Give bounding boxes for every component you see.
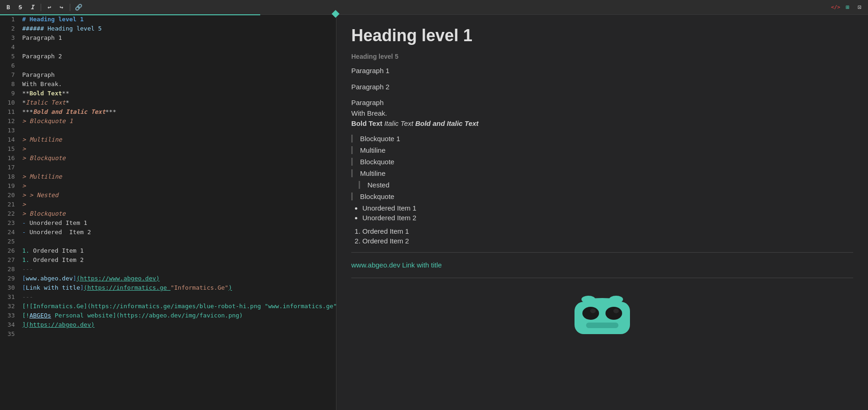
- code-line-19: >: [22, 181, 336, 191]
- code-lines[interactable]: # Heading level 1 ###### Heading level 5…: [18, 15, 336, 339]
- preview-blockquote2: Blockquote: [351, 158, 853, 166]
- code-line-21: >: [22, 200, 336, 209]
- preview-bold-italic: Bold and Italic Text: [415, 119, 478, 127]
- toolbar-divider-2: [70, 4, 70, 11]
- line-num-11: 11: [0, 107, 18, 117]
- toolbar-right: </> ⊞ ⊡: [831, 3, 864, 12]
- undo-button[interactable]: ↩: [45, 3, 54, 12]
- preview-h5: Heading level 5: [351, 53, 853, 60]
- code-line-15: >: [22, 144, 336, 154]
- preview-ol-item2: Ordered Item 2: [362, 237, 853, 245]
- preview-button[interactable]: ⊡: [855, 3, 864, 12]
- code-line-23: - Unordered Item 1: [22, 218, 336, 228]
- code-line-30: [Link with title](https://informatics.ge…: [22, 283, 336, 292]
- preview-blockquote-group2: Multiline Nested Blockquote: [351, 169, 853, 200]
- code-line-8: With Break.: [22, 80, 336, 89]
- progress-bar: [0, 14, 260, 15]
- line-num-1: 1: [0, 15, 18, 24]
- preview-blockquote3: Blockquote: [351, 193, 853, 200]
- toolbar: B S I ↩ ↪ 🔗 </> ⊞ ⊡: [0, 0, 868, 15]
- line-num-3: 3: [0, 33, 18, 43]
- line-num-6: 6: [0, 61, 18, 70]
- line-num-15: 15: [0, 144, 18, 154]
- bold-button[interactable]: B: [4, 3, 13, 12]
- preview-ordered-list: Ordered Item 1 Ordered Item 2: [351, 227, 853, 245]
- code-line-18: > Multiline: [22, 172, 336, 181]
- line-num-8: 8: [0, 80, 18, 89]
- link-button[interactable]: 🔗: [74, 3, 83, 12]
- toolbar-divider-1: [41, 4, 41, 11]
- line-num-28: 28: [0, 265, 18, 274]
- code-line-22: > Blockquote: [22, 209, 336, 218]
- line-num-34: 34: [0, 320, 18, 329]
- preview-panel[interactable]: Heading level 1 Heading level 5 Paragrap…: [336, 15, 868, 410]
- code-line-28: ---: [22, 265, 336, 274]
- preview-link1[interactable]: www.abgeo.dev: [351, 261, 400, 269]
- code-line-6: [22, 61, 336, 70]
- svg-point-3: [590, 309, 596, 313]
- line-num-17: 17: [0, 163, 18, 172]
- preview-para3: Paragraph With Break. Bold Text Italic T…: [351, 98, 853, 129]
- line-num-27: 27: [0, 255, 18, 265]
- preview-blockquote-group1: Multiline Blockquote: [351, 146, 853, 166]
- line-num-29: 29: [0, 274, 18, 283]
- line-num-7: 7: [0, 70, 18, 80]
- line-num-13: 13: [0, 126, 18, 135]
- line-num-18: 18: [0, 172, 18, 181]
- redo-button[interactable]: ↪: [57, 3, 66, 12]
- code-line-27: 1. Ordered Item 2: [22, 255, 336, 265]
- split-view-button[interactable]: ⊞: [843, 3, 852, 12]
- code-line-7: Paragraph: [22, 70, 336, 80]
- line-num-31: 31: [0, 292, 18, 302]
- main-container: 1 2 3 4 5 6 7 8 9 10 11 12 13 14 15 16 1…: [0, 15, 868, 410]
- code-line-3: Paragraph 1: [22, 33, 336, 43]
- preview-blockquote1: Blockquote 1: [351, 135, 853, 143]
- preview-bold: Bold Text: [351, 119, 382, 127]
- code-line-25: [22, 237, 336, 246]
- svg-point-2: [605, 307, 622, 320]
- line-num-2: 2: [0, 24, 18, 33]
- line-num-20: 20: [0, 191, 18, 200]
- line-num-35: 35: [0, 329, 18, 339]
- line-num-14: 14: [0, 135, 18, 144]
- editor-panel[interactable]: 1 2 3 4 5 6 7 8 9 10 11 12 13 14 15 16 1…: [0, 15, 336, 410]
- preview-h1: Heading level 1: [351, 26, 853, 45]
- code-line-4: [22, 43, 336, 52]
- strikethrough-button[interactable]: S: [16, 3, 25, 12]
- code-line-17: [22, 163, 336, 172]
- svg-rect-5: [586, 323, 618, 328]
- code-line-14: > Multiline: [22, 135, 336, 144]
- preview-para1: Paragraph 1: [351, 66, 853, 76]
- code-line-5: Paragraph 2: [22, 52, 336, 61]
- preview-nested: Nested: [359, 181, 853, 189]
- progress-bar-container: [0, 14, 868, 15]
- line-num-25: 25: [0, 237, 18, 246]
- preview-multiline1: Multiline: [351, 146, 853, 154]
- code-line-11: ***Bold and Italic Text***: [22, 107, 336, 117]
- code-line-12: > Blockquote 1: [22, 117, 336, 126]
- svg-point-4: [613, 309, 619, 313]
- code-line-1: # Heading level 1: [22, 15, 336, 24]
- code-line-20: > > Nested: [22, 191, 336, 200]
- preview-links: www.abgeo.dev Link with title: [351, 260, 853, 271]
- robot-image: [561, 286, 644, 341]
- svg-rect-0: [575, 302, 630, 334]
- line-numbers: 1 2 3 4 5 6 7 8 9 10 11 12 13 14 15 16 1…: [0, 15, 18, 339]
- preview-link2[interactable]: Link with title: [402, 261, 442, 269]
- code-toggle-button[interactable]: </>: [831, 3, 840, 12]
- line-num-12: 12: [0, 117, 18, 126]
- preview-para2: Paragraph 2: [351, 82, 853, 93]
- italic-button[interactable]: I: [28, 3, 37, 12]
- svg-point-8: [584, 298, 621, 305]
- line-num-32: 32: [0, 302, 18, 311]
- preview-multiline2: Multiline: [351, 169, 853, 177]
- line-num-33: 33: [0, 311, 18, 320]
- editor-content: 1 2 3 4 5 6 7 8 9 10 11 12 13 14 15 16 1…: [0, 15, 336, 339]
- code-line-24: - Unordered Item 2: [22, 228, 336, 237]
- preview-ul-item1: Unordered Item 1: [362, 204, 853, 212]
- line-num-23: 23: [0, 218, 18, 228]
- svg-point-1: [582, 307, 599, 320]
- line-num-16: 16: [0, 154, 18, 163]
- preview-image-container: [351, 286, 853, 341]
- code-line-10: *Italic Text*: [22, 98, 336, 107]
